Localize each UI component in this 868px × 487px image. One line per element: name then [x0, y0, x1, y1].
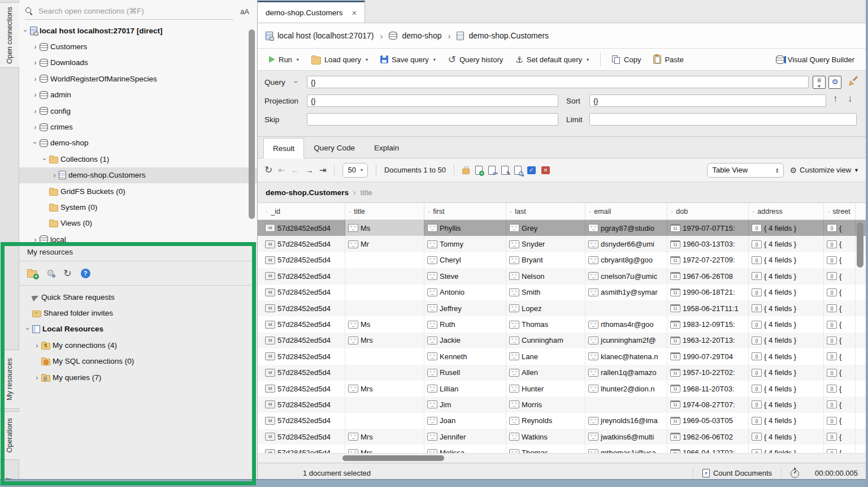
cell-id[interactable]: id57d28452ed5d4: [262, 268, 345, 284]
chevron-right-icon[interactable]: ›: [31, 59, 40, 66]
cell-email[interactable]: "_"mthomas1i@usa: [585, 445, 667, 453]
table-row[interactable]: id57d28452ed5d4"_"Ms"_"Ruth"_"Thomas"_"r…: [258, 316, 866, 332]
tree-item[interactable]: ›WorldRegisterOfMarineSpecies: [19, 71, 257, 87]
table-row[interactable]: id57d28452ed5d4"_"Jim"_"Morris111974-08-…: [258, 397, 866, 412]
cell-first[interactable]: "_"Melissa: [424, 445, 506, 453]
cell-id[interactable]: id57d28452ed5d4: [262, 333, 345, 348]
refresh-results-icon[interactable]: ↻: [264, 165, 272, 175]
column-header-last[interactable]: ·last: [506, 203, 585, 219]
sharing-settings-button[interactable]: ⚙: [46, 269, 54, 278]
cell-last[interactable]: "_"Grey: [506, 220, 585, 236]
vertical-scrollbar[interactable]: [857, 220, 863, 446]
cell-street[interactable]: {}{: [824, 381, 856, 397]
cell-dob[interactable]: 111979-07-07T15:: [667, 220, 749, 236]
cell-last[interactable]: "_"Hunter: [506, 381, 585, 397]
cell-email[interactable]: "_"dsnyder66@umi: [585, 236, 667, 252]
delete-document-icon[interactable]: ✕: [541, 166, 550, 174]
close-tab-icon[interactable]: ×: [352, 8, 357, 17]
cell-first[interactable]: "_"Tommy: [424, 236, 506, 252]
load-query-button[interactable]: Load query▾: [307, 51, 372, 67]
table-row[interactable]: id57d28452ed5d4"_"Cheryl"_"Bryant"_"cbry…: [258, 252, 866, 268]
cell-address[interactable]: {}{ 4 fields }: [749, 429, 824, 445]
breadcrumb-item[interactable]: demo-shop.Customers: [468, 31, 549, 40]
cell-dob[interactable]: 111969-05-03T05: [667, 413, 749, 429]
cell-first[interactable]: "_"Kenneth: [424, 348, 506, 364]
cell-title[interactable]: [345, 397, 424, 412]
column-header-email[interactable]: ·email: [585, 203, 667, 219]
table-row[interactable]: id57d28452ed5d4"_"Mr"_"Tommy"_"Snyder"_"…: [258, 236, 866, 252]
sort-ascending-icon[interactable]: ↑: [833, 93, 838, 105]
cell-email[interactable]: "_"rthomas4r@goo: [585, 316, 667, 332]
cell-street[interactable]: {}{: [824, 365, 856, 381]
cell-id[interactable]: id57d28452ed5d4: [262, 429, 345, 445]
table-row[interactable]: id57d28452ed5d4"_"Mrs"_"Jackie"_"Cunning…: [258, 333, 866, 348]
multi-select-icon[interactable]: ✓: [527, 166, 536, 174]
find-document-icon[interactable]: [514, 166, 522, 175]
cell-address[interactable]: {}{ 4 fields }: [749, 413, 824, 429]
cell-street[interactable]: {}{: [824, 348, 856, 364]
result-tab-result[interactable]: Result: [263, 138, 304, 158]
breadcrumb-item[interactable]: demo-shop: [402, 31, 441, 40]
cell-last[interactable]: "_"Thomas: [506, 445, 585, 453]
chevron-down-icon[interactable]: ›: [22, 27, 29, 35]
cell-dob[interactable]: 111957-10-22T02:: [667, 365, 749, 381]
table-row[interactable]: id57d28452ed5d4"_"Steve"_"Nelson"_"cnels…: [258, 268, 866, 284]
cell-address[interactable]: {}{ 4 fields }: [749, 285, 824, 300]
cell-email[interactable]: "_"pgray87@studio: [585, 220, 667, 236]
tree-item[interactable]: ›Local Resources: [19, 321, 257, 337]
cell-email[interactable]: "_"jwatkins6@multi: [585, 429, 667, 445]
table-row[interactable]: id57d28452ed5d4"_"Rusell"_"Allen"_"ralle…: [258, 365, 866, 381]
cell-last[interactable]: "_"Lopez: [506, 300, 585, 316]
cell-id[interactable]: id57d28452ed5d4: [262, 397, 345, 412]
cell-last[interactable]: "_"Reynolds: [506, 413, 585, 429]
limit-input[interactable]: [589, 113, 857, 126]
cell-street[interactable]: {}{: [824, 397, 856, 412]
cell-last[interactable]: "_"Morris: [506, 397, 585, 412]
cell-street[interactable]: {}{: [824, 268, 856, 284]
tree-item[interactable]: ›Downloads: [19, 55, 257, 71]
cell-address[interactable]: {}{ 4 fields }: [749, 300, 824, 316]
paste-button[interactable]: Paste: [649, 51, 688, 67]
edit-document-icon[interactable]: [501, 166, 509, 175]
cell-address[interactable]: {}{ 4 fields }: [749, 365, 824, 381]
chevron-right-icon[interactable]: ›: [31, 236, 40, 243]
search-input[interactable]: [37, 6, 234, 16]
cell-title[interactable]: [345, 268, 424, 284]
default-dropdown-caret[interactable]: ▾: [587, 57, 589, 62]
table-row[interactable]: id57d28452ed5d4"_"Mrs"_"Jennifer"_"Watki…: [258, 429, 866, 445]
query-input[interactable]: [307, 76, 809, 88]
tree-item[interactable]: My SQL connections (0): [19, 354, 257, 369]
cell-title[interactable]: "_"Mrs: [345, 381, 424, 397]
cell-id[interactable]: id57d28452ed5d4: [262, 413, 345, 429]
run-dropdown-caret[interactable]: ▾: [297, 57, 299, 62]
match-case-toggle[interactable]: aA: [238, 6, 251, 17]
count-documents-button[interactable]: # Count Documents: [702, 469, 772, 477]
cell-address[interactable]: {}{ 4 fields }: [749, 316, 824, 332]
next-page-icon[interactable]: →: [305, 165, 314, 175]
cell-id[interactable]: id57d28452ed5d4: [262, 365, 345, 381]
tab-open-connections[interactable]: Open connections: [0, 2, 19, 68]
cell-street[interactable]: {}{: [824, 413, 856, 429]
cell-email[interactable]: [585, 397, 667, 412]
cell-dob[interactable]: 111983-12-09T15:: [667, 316, 749, 332]
tree-item[interactable]: Shared folder invites: [19, 305, 257, 321]
cell-title[interactable]: [345, 285, 424, 300]
set-default-query-button[interactable]: ⚓ Set default query▾: [511, 51, 593, 67]
save-query-button[interactable]: Save query▾: [376, 51, 440, 67]
cell-street[interactable]: {}{: [824, 333, 856, 348]
cell-first[interactable]: "_"Rusell: [424, 365, 506, 381]
tree-item[interactable]: GridFS Buckets (0): [19, 183, 257, 199]
cell-street[interactable]: {}{: [824, 252, 856, 268]
tree-item[interactable]: Views (0): [19, 216, 257, 231]
chevron-right-icon[interactable]: ›: [31, 75, 40, 83]
column-header-title[interactable]: ·title: [345, 203, 424, 219]
tree-item[interactable]: Quick Share requests: [19, 289, 257, 305]
cell-title[interactable]: "_"Ms: [345, 220, 424, 236]
cell-dob[interactable]: 111990-07-29T04: [667, 348, 749, 364]
query-options-icon[interactable]: [813, 76, 826, 89]
cell-id[interactable]: id57d28452ed5d4: [262, 285, 345, 300]
chevron-right-icon[interactable]: ›: [31, 43, 40, 50]
column-header-first[interactable]: ·first: [424, 203, 506, 219]
cell-title[interactable]: [345, 300, 424, 316]
cell-email[interactable]: [585, 300, 667, 316]
